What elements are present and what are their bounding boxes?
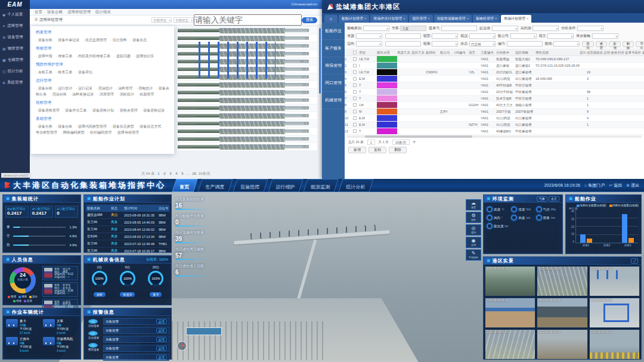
staff-card[interactable]: 姓名：张占军 岗位：调度 进场时间：8:12 出场时间：-- (42, 266, 78, 280)
eam-user-menu[interactable]: Chinaeamadmin (291, 0, 317, 9)
filter-control[interactable]: 方案 (400, 26, 426, 31)
page-number[interactable]: 1 (367, 140, 375, 145)
env-tab[interactable]: 水文 (549, 196, 559, 202)
port-sidebar-item[interactable]: 船舶作业 (322, 23, 345, 40)
column-header[interactable]: 提单号 (625, 51, 634, 55)
table-row[interactable]: 5 T YA01 40中转箱B 中转空箱堆 (345, 82, 644, 89)
row-checkbox[interactable] (353, 129, 357, 133)
table-row[interactable]: 8 I,M GGAH YA01 40尺土方土 倒箱小箱堆 (345, 102, 644, 109)
camera-feed[interactable]: 2023-08-08 16:19 (589, 266, 640, 296)
column-header[interactable]: 流转策略 (515, 51, 535, 55)
filter-control[interactable] (492, 26, 518, 31)
gauge-button[interactable]: 轨道吊 (120, 292, 135, 297)
menu-section-title[interactable]: 预防性维护管理 (36, 62, 169, 67)
menu-section-title[interactable]: 巡检管理 (36, 100, 169, 106)
expand-icon[interactable]: ⤢ (631, 258, 638, 264)
action-button[interactable]: 复制 (369, 147, 386, 153)
color-swatch[interactable] (377, 115, 397, 121)
row-checkbox[interactable] (353, 77, 357, 81)
vessel-row[interactable]: 东方96 离港 2023-07-18 10:26:17 9BW (86, 247, 169, 255)
color-swatch[interactable] (377, 56, 397, 62)
horizontal-scrollbar[interactable] (347, 135, 642, 138)
filter-button[interactable]: 查询 (582, 41, 594, 47)
row-checkbox[interactable] (353, 103, 357, 107)
filter-select[interactable]: 全部状态 (174, 17, 194, 23)
close-icon[interactable]: × (527, 17, 528, 20)
scene-tool-button[interactable]: ☁ 场景 (466, 199, 481, 211)
camera-feed[interactable]: 2023-08-08 16:19 (589, 298, 640, 328)
filter-control[interactable] (363, 26, 389, 31)
table-row[interactable]: DFG2150 暂不外包运营 31.5 (178, 97, 317, 104)
page-size-select[interactable]: 20条/页 (392, 140, 410, 145)
table-row[interactable]: DFD204 暂不外包运营 9 (178, 27, 317, 35)
nav-tab[interactable]: 运行维护 (268, 179, 303, 192)
row-checkbox[interactable] (353, 57, 357, 61)
close-icon[interactable]: × (403, 17, 405, 20)
column-header[interactable]: 总吨 (603, 51, 611, 55)
filter-control[interactable] (469, 33, 496, 39)
page-number[interactable]: 4 (174, 172, 179, 175)
search-button[interactable]: 搜索 (302, 17, 317, 23)
port-sidebar-item[interactable]: 客户服务 (322, 40, 345, 57)
color-swatch[interactable] (377, 89, 397, 95)
filter-control[interactable]: 已启用 (469, 41, 496, 47)
filter-control[interactable] (510, 33, 537, 39)
color-swatch[interactable] (377, 95, 397, 101)
vessel-row[interactable]: 东方96 离港 2023-08-05 14:46:03 9BW (86, 219, 169, 226)
gauge-button[interactable]: 集卡 (150, 292, 162, 297)
nav-tab[interactable]: 统计分析 (338, 179, 373, 192)
eam-sidebar-item[interactable]: ◉ 个人设置 (0, 9, 30, 20)
page-number[interactable]: 2 (162, 172, 167, 175)
page-number[interactable]: 20 (192, 172, 197, 175)
port-sidebar-item[interactable]: 机械管理 (322, 92, 345, 109)
page-number[interactable]: 1 (156, 172, 161, 175)
scene-tool-button[interactable]: ◎ 漫游 (466, 224, 481, 236)
column-header[interactable]: 来源工具 (397, 51, 411, 55)
column-header[interactable]: 船公司 (440, 51, 454, 55)
eam-tab[interactable]: 运维班组管理 (67, 10, 91, 15)
color-swatch[interactable] (377, 102, 397, 108)
color-swatch[interactable] (377, 76, 397, 82)
eam-tab[interactable]: 设备台账 (47, 10, 63, 15)
column-header[interactable]: 优先级 (587, 51, 596, 55)
scene-tool-button[interactable]: ◉ 查询 (466, 237, 481, 248)
column-header[interactable]: 箱改 (596, 51, 603, 55)
scene-tool-button[interactable]: ✎ 手动巡航 (466, 249, 481, 261)
alarm-category[interactable]: 设备报警 (88, 319, 99, 327)
filter-control[interactable] (385, 41, 421, 47)
table-row[interactable]: DFD205 暂不外包运营 21.7 (178, 135, 317, 143)
table-row[interactable]: 7 T YA01 技术空箱B 中转空箱堆 (345, 95, 644, 102)
header-link[interactable]: ⌂集团门户 (584, 182, 605, 188)
column-header[interactable]: UN编号 (454, 51, 469, 55)
menu-section-items[interactable]: · 故障申报 · 维修工单 · 内部及外部维修工单 · 遗留问题 · 故障知识库 (36, 53, 169, 59)
table-row[interactable]: 2 I YA01 进口重箱 进口重箱2 TC:079-121;16.02 (345, 63, 644, 69)
table-row[interactable]: 4 E,M YA01 出口/内贸 出口重箱堆 18.049-095 (345, 76, 644, 82)
port-tab[interactable]: 船舶计划管理× (339, 15, 369, 23)
table-row[interactable]: 12 T YA01 40重箱BG 中转重箱堆 (345, 128, 644, 135)
row-checkbox[interactable] (353, 116, 357, 120)
alarm-handle-button[interactable]: 处理 (156, 337, 167, 342)
close-icon[interactable]: × (467, 17, 469, 20)
table-row[interactable]: DFG2060 暂不外包运营 17.2 (178, 128, 317, 135)
table-row[interactable]: 3 I,E,T,M CNDFG YZL YA01 20尺Z箱CL 进口重箱堆 (345, 69, 644, 76)
header-link[interactable]: ↩返回 (609, 182, 622, 188)
eam-tab[interactable]: 统计报表 (95, 10, 111, 15)
table-row[interactable]: 10 E,M YA01 出口/内贸 出口重箱堆 (345, 115, 644, 122)
vessel-row[interactable]: 宏利96 离港 2023-08-03 17:13:34 9BW (86, 233, 169, 240)
filter-control[interactable] (592, 33, 618, 39)
eam-sidebar-item[interactable]: ▤ 物资管理 (0, 43, 30, 54)
table-row[interactable]: 11 E,M NZTH YA01 出口/内贸 出口重箱堆 (345, 122, 644, 128)
filter-control[interactable] (507, 41, 543, 47)
alarm-handle-button[interactable]: 处理 (156, 346, 167, 351)
nav-tab[interactable]: 生产调度 (197, 179, 233, 192)
menu-section-items[interactable]: · 设备巡检管理 · 设备作业工单 · 设备巡检计划 · 巡检点管理 · 设备巡… (36, 107, 169, 113)
filter-control[interactable] (553, 41, 580, 47)
close-icon[interactable]: × (428, 17, 429, 20)
eam-sidebar-item[interactable]: ▦ 仓储管理 (0, 54, 30, 66)
column-header[interactable]: 使用 (611, 51, 618, 55)
search-input[interactable] (194, 14, 302, 26)
camera-feed[interactable]: 2023-08-08 16:19 (537, 266, 587, 296)
camera-feed[interactable]: 2023-08-08 16:19 (485, 298, 535, 328)
filter-control[interactable] (385, 33, 421, 39)
filter-button[interactable]: 导出 (636, 41, 644, 47)
